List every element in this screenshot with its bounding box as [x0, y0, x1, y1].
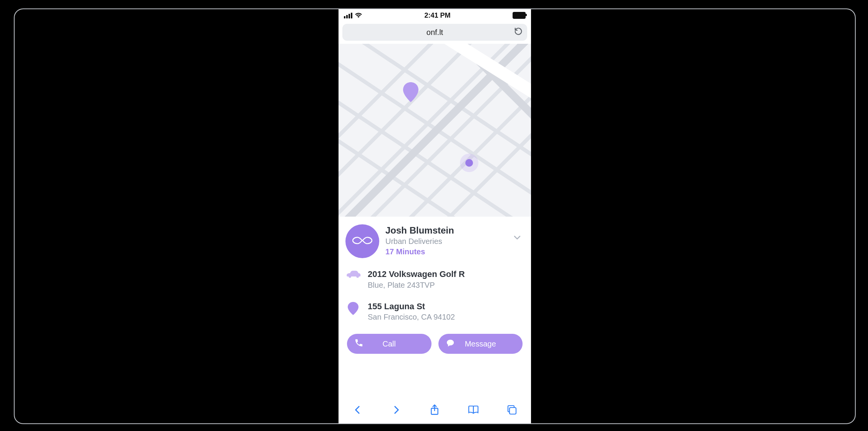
call-button[interactable]: Call	[347, 334, 432, 354]
cell-signal-icon	[344, 13, 352, 18]
car-icon	[345, 269, 361, 278]
battery-icon	[513, 12, 526, 19]
toolbar-back-icon[interactable]	[350, 404, 365, 415]
tracking-map[interactable]	[339, 44, 531, 217]
svg-point-16	[349, 275, 351, 277]
destination-sub: San Francisco, CA 94102	[368, 312, 455, 322]
toolbar-forward-icon[interactable]	[388, 404, 404, 415]
statusbar-left	[344, 13, 362, 18]
stage: 2:41 PM onf.lt	[0, 0, 868, 431]
svg-point-17	[357, 275, 358, 277]
driver-name: Josh Blumstein	[385, 224, 454, 236]
safari-url-bar[interactable]: onf.lt	[342, 24, 527, 41]
vehicle-text: 2012 Volkswagen Golf R Blue, Plate 243TV…	[368, 269, 465, 290]
driver-header-row[interactable]: Josh Blumstein Urban Deliveries 17 Minut…	[345, 222, 524, 258]
pillar-right	[531, 9, 855, 423]
driver-company: Urban Deliveries	[385, 236, 454, 247]
phone-screen: 2:41 PM onf.lt	[339, 9, 531, 423]
vehicle-title: 2012 Volkswagen Golf R	[368, 269, 465, 280]
safari-toolbar	[339, 396, 531, 423]
pillar-left	[15, 9, 339, 423]
svg-point-15	[465, 159, 473, 167]
chevron-down-icon[interactable]	[513, 233, 522, 244]
safari-urlbar-wrap: onf.lt	[339, 22, 531, 44]
device-frame-panel: 2:41 PM onf.lt	[14, 8, 856, 424]
ios-status-bar: 2:41 PM	[339, 9, 531, 22]
message-button[interactable]: Message	[438, 334, 523, 354]
toolbar-tabs-icon[interactable]	[504, 404, 519, 415]
svg-rect-20	[510, 408, 516, 414]
pin-icon	[345, 301, 361, 315]
toolbar-bookmarks-icon[interactable]	[466, 405, 481, 415]
vehicle-row: 2012 Volkswagen Golf R Blue, Plate 243TV…	[345, 260, 524, 290]
infinity-icon	[352, 235, 372, 247]
driver-text: Josh Blumstein Urban Deliveries 17 Minut…	[385, 224, 454, 257]
destination-row: 155 Laguna St San Francisco, CA 94102	[345, 293, 524, 323]
vehicle-sub: Blue, Plate 243TVP	[368, 280, 465, 290]
destination-title: 155 Laguna St	[368, 301, 455, 312]
driver-avatar	[345, 224, 379, 258]
message-label: Message	[465, 340, 496, 348]
driver-eta: 17 Minutes	[385, 247, 454, 257]
refresh-icon[interactable]	[514, 27, 523, 38]
phone-icon	[355, 339, 363, 349]
call-label: Call	[383, 340, 396, 348]
destination-text: 155 Laguna St San Francisco, CA 94102	[368, 301, 455, 323]
statusbar-time: 2:41 PM	[424, 12, 450, 20]
driver-location-dot	[460, 154, 478, 172]
message-icon	[446, 339, 455, 349]
toolbar-share-icon[interactable]	[427, 404, 442, 416]
statusbar-right	[513, 12, 526, 19]
wifi-icon	[355, 13, 362, 18]
url-text: onf.lt	[427, 28, 443, 37]
contact-actions: Call Message	[345, 325, 524, 361]
driver-info-card: Josh Blumstein Urban Deliveries 17 Minut…	[339, 217, 531, 396]
